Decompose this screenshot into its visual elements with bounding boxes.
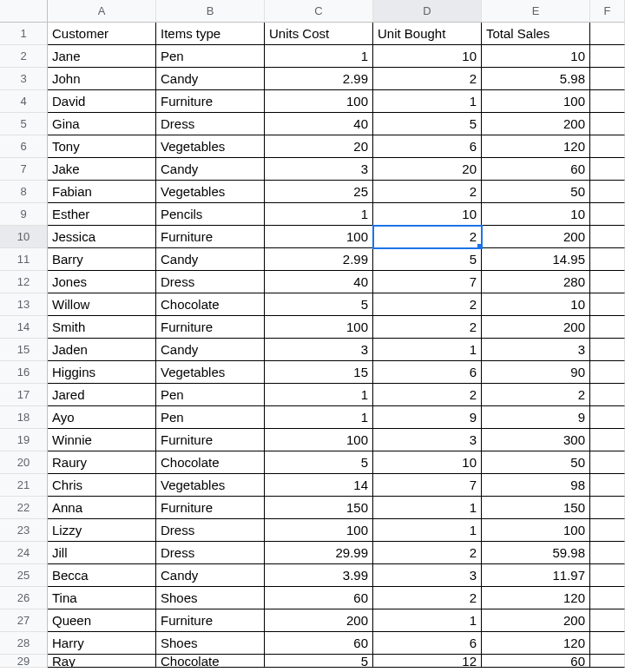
- cell-C18[interactable]: 1: [265, 406, 373, 429]
- cell-B2[interactable]: Pen: [156, 45, 265, 68]
- row-header-29[interactable]: 29: [0, 655, 48, 668]
- cell-F19[interactable]: [590, 429, 625, 451]
- cell-A21[interactable]: Chris: [48, 474, 156, 497]
- cell-D8[interactable]: 2: [373, 181, 482, 203]
- cell-D11[interactable]: 5: [373, 248, 482, 271]
- cell-B20[interactable]: Chocolate: [156, 451, 265, 474]
- cell-A11[interactable]: Barry: [48, 248, 156, 271]
- cell-A17[interactable]: Jared: [48, 384, 156, 406]
- cell-A25[interactable]: Becca: [48, 564, 156, 587]
- cell-D26[interactable]: 2: [373, 587, 482, 609]
- row-header-6[interactable]: 6: [0, 135, 48, 158]
- cell-A19[interactable]: Winnie: [48, 429, 156, 451]
- row-header-9[interactable]: 9: [0, 203, 48, 226]
- cell-A4[interactable]: David: [48, 90, 156, 113]
- cell-C5[interactable]: 40: [265, 113, 373, 135]
- cell-E19[interactable]: 300: [482, 429, 590, 451]
- cell-B5[interactable]: Dress: [156, 113, 265, 135]
- cell-E15[interactable]: 3: [482, 339, 590, 361]
- cell-E20[interactable]: 50: [482, 451, 590, 474]
- cell-B16[interactable]: Vegetables: [156, 361, 265, 384]
- cell-C8[interactable]: 25: [265, 181, 373, 203]
- cell-E27[interactable]: 200: [482, 609, 590, 632]
- cell-A7[interactable]: Jake: [48, 158, 156, 181]
- cell-E2[interactable]: 10: [482, 45, 590, 68]
- cell-E10[interactable]: 200: [482, 226, 590, 248]
- cell-A16[interactable]: Higgins: [48, 361, 156, 384]
- cell-F1[interactable]: [590, 23, 625, 45]
- cell-B10[interactable]: Furniture: [156, 226, 265, 248]
- cell-E7[interactable]: 60: [482, 158, 590, 181]
- row-header-13[interactable]: 13: [0, 293, 48, 316]
- cell-B18[interactable]: Pen: [156, 406, 265, 429]
- cell-B28[interactable]: Shoes: [156, 632, 265, 655]
- cell-F10[interactable]: [590, 226, 625, 248]
- cell-C22[interactable]: 150: [265, 497, 373, 519]
- row-header-4[interactable]: 4: [0, 90, 48, 113]
- row-header-23[interactable]: 23: [0, 519, 48, 542]
- cell-C23[interactable]: 100: [265, 519, 373, 542]
- cell-B7[interactable]: Candy: [156, 158, 265, 181]
- col-header-F[interactable]: F: [590, 0, 625, 23]
- cell-D3[interactable]: 2: [373, 68, 482, 90]
- cell-B17[interactable]: Pen: [156, 384, 265, 406]
- cell-D23[interactable]: 1: [373, 519, 482, 542]
- cell-F2[interactable]: [590, 45, 625, 68]
- cell-B22[interactable]: Furniture: [156, 497, 265, 519]
- cell-B21[interactable]: Vegetables: [156, 474, 265, 497]
- cell-C12[interactable]: 40: [265, 271, 373, 293]
- cell-E26[interactable]: 120: [482, 587, 590, 609]
- row-header-17[interactable]: 17: [0, 384, 48, 406]
- row-header-26[interactable]: 26: [0, 587, 48, 609]
- cell-B11[interactable]: Candy: [156, 248, 265, 271]
- cell-E21[interactable]: 98: [482, 474, 590, 497]
- cell-C1[interactable]: Units Cost: [265, 23, 373, 45]
- row-header-16[interactable]: 16: [0, 361, 48, 384]
- cell-F8[interactable]: [590, 181, 625, 203]
- cell-D15[interactable]: 1: [373, 339, 482, 361]
- cell-D13[interactable]: 2: [373, 293, 482, 316]
- cell-B14[interactable]: Furniture: [156, 316, 265, 339]
- col-header-E[interactable]: E: [482, 0, 590, 23]
- cell-C27[interactable]: 200: [265, 609, 373, 632]
- cell-F17[interactable]: [590, 384, 625, 406]
- cell-B1[interactable]: Items type: [156, 23, 265, 45]
- cell-E9[interactable]: 10: [482, 203, 590, 226]
- cell-D7[interactable]: 20: [373, 158, 482, 181]
- cell-E22[interactable]: 150: [482, 497, 590, 519]
- cell-D18[interactable]: 9: [373, 406, 482, 429]
- cell-B19[interactable]: Furniture: [156, 429, 265, 451]
- cell-B25[interactable]: Candy: [156, 564, 265, 587]
- cell-B12[interactable]: Dress: [156, 271, 265, 293]
- cell-C19[interactable]: 100: [265, 429, 373, 451]
- cell-E14[interactable]: 200: [482, 316, 590, 339]
- cell-B8[interactable]: Vegetables: [156, 181, 265, 203]
- cell-B4[interactable]: Furniture: [156, 90, 265, 113]
- cell-A15[interactable]: Jaden: [48, 339, 156, 361]
- row-header-27[interactable]: 27: [0, 609, 48, 632]
- cell-C10[interactable]: 100: [265, 226, 373, 248]
- cell-F11[interactable]: [590, 248, 625, 271]
- cell-C2[interactable]: 1: [265, 45, 373, 68]
- cell-E11[interactable]: 14.95: [482, 248, 590, 271]
- cell-A29[interactable]: Ray: [48, 655, 156, 668]
- cell-C9[interactable]: 1: [265, 203, 373, 226]
- cell-A26[interactable]: Tina: [48, 587, 156, 609]
- row-header-3[interactable]: 3: [0, 68, 48, 90]
- cell-A27[interactable]: Queen: [48, 609, 156, 632]
- cell-D10[interactable]: 2: [373, 226, 482, 248]
- cell-D1[interactable]: Unit Bought: [373, 23, 482, 45]
- cell-B26[interactable]: Shoes: [156, 587, 265, 609]
- cell-E16[interactable]: 90: [482, 361, 590, 384]
- row-header-22[interactable]: 22: [0, 497, 48, 519]
- cell-D25[interactable]: 3: [373, 564, 482, 587]
- cell-A9[interactable]: Esther: [48, 203, 156, 226]
- cell-F28[interactable]: [590, 632, 625, 655]
- cell-E29[interactable]: 60: [482, 655, 590, 668]
- cell-F3[interactable]: [590, 68, 625, 90]
- cell-F4[interactable]: [590, 90, 625, 113]
- cell-E13[interactable]: 10: [482, 293, 590, 316]
- cell-E4[interactable]: 100: [482, 90, 590, 113]
- row-header-2[interactable]: 2: [0, 45, 48, 68]
- cell-F27[interactable]: [590, 609, 625, 632]
